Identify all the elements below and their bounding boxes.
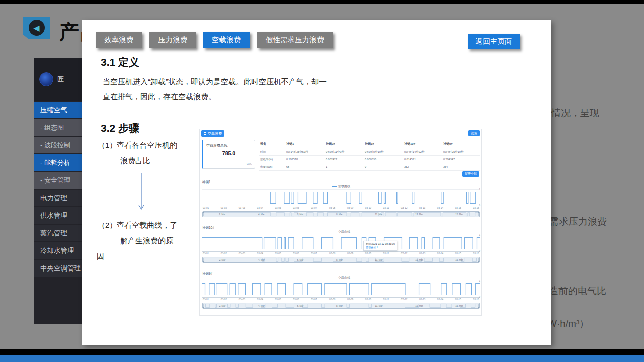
table-cell: 时间 bbox=[259, 148, 285, 155]
table-header-cell: 神钢1 bbox=[285, 140, 325, 148]
chart-title: 神钢1 bbox=[202, 178, 480, 184]
charts-container: 神钢1空载曲线1003-0103-0203-0303-0403-0503-060… bbox=[200, 178, 482, 316]
sidebar-item-安全管理[interactable]: - 安全管理 bbox=[34, 172, 82, 189]
settings-button[interactable]: 设置 bbox=[468, 130, 480, 136]
x-tick-label: 03-14 bbox=[437, 298, 443, 302]
sidebar-item-供水管理[interactable]: 供水管理 bbox=[34, 207, 82, 224]
x-tick-label: 03-04 bbox=[257, 298, 263, 302]
x-tick-label: 03-12 bbox=[401, 252, 407, 256]
table-row: 电量(kwh)6810352364 bbox=[259, 163, 480, 171]
x-tick-label: 03-14 bbox=[437, 207, 443, 210]
chart-plot-area[interactable]: 10 bbox=[202, 281, 480, 298]
table-header-cell: 神钢2# bbox=[325, 140, 364, 148]
sidebar-item-组态图[interactable]: - 组态图 bbox=[34, 119, 82, 136]
tab-空载浪费[interactable]: 空载浪费 bbox=[203, 32, 250, 48]
x-axis-labels: 03-0103-0203-0303-0403-0503-0603-0703-08… bbox=[202, 298, 480, 302]
background-text-fragment-3: W·h/m³） bbox=[548, 317, 589, 330]
data-zoom-bar[interactable]: 2. Mar4. Mar6. Mar8. Mar11. Mar13. Mar15… bbox=[202, 303, 480, 309]
chart-plot-area[interactable]: 10 bbox=[202, 189, 480, 206]
x-tick-label: 03-12 bbox=[401, 207, 407, 210]
zoom-date-label: 11. Mar bbox=[375, 259, 383, 261]
x-tick-label: 03-05 bbox=[275, 207, 281, 210]
x-tick-label: 03-14 bbox=[437, 252, 443, 256]
tab-效率浪费[interactable]: 效率浪费 bbox=[96, 32, 142, 48]
tab-假性需求压力浪费[interactable]: 假性需求压力浪费 bbox=[257, 32, 333, 48]
chart-legend[interactable]: 空载曲线 bbox=[202, 184, 480, 189]
table-cell: 0天14时25分52秒 bbox=[285, 148, 325, 155]
zoom-date-label: 15. Mar bbox=[455, 305, 463, 307]
tooltip-value: 空载曲线:1 bbox=[366, 246, 395, 249]
tab-压力浪费[interactable]: 压力浪费 bbox=[149, 32, 196, 48]
background-text-fragment-0: 情况，呈现 bbox=[551, 107, 599, 120]
expand-all-button[interactable]: 展开全部 bbox=[462, 171, 479, 177]
zoom-left-handle[interactable] bbox=[203, 212, 204, 216]
sidebar-item-中央空调管理[interactable]: 中央空调管理 bbox=[34, 260, 82, 277]
sidebar-item-冷却水管理[interactable]: 冷却水管理 bbox=[34, 242, 82, 259]
slide-stage: ◀ 产品 匠 压缩空气- 组态图- 波段控制- 能耗分析- 安全管理电力管理供水… bbox=[0, 0, 644, 362]
dashboard-header: 空载浪费 设置 bbox=[200, 129, 481, 138]
x-tick-label: 03-15 bbox=[455, 298, 461, 302]
x-tick-label: 03-06 bbox=[293, 252, 299, 256]
zoom-right-handle[interactable] bbox=[478, 258, 479, 262]
zoom-date-label: 15. Mar bbox=[455, 259, 463, 261]
chart-block-神钢9#: 神钢9#空载曲线1003-0103-0203-0303-0403-0503-06… bbox=[200, 270, 482, 316]
chart-legend[interactable]: 空载曲线 bbox=[202, 276, 480, 280]
sidebar-item-能耗分析[interactable]: - 能耗分析 bbox=[34, 154, 82, 171]
chart-plot-area[interactable]: 10时间:2021-03-12 08:33:00空载曲线:1 bbox=[202, 235, 480, 252]
y-axis-max-label: 1 bbox=[479, 189, 480, 191]
x-tick-label: 03-07 bbox=[311, 207, 317, 210]
sidebar-header: 匠 bbox=[34, 58, 82, 101]
y-axis-min-label: 0 bbox=[479, 205, 480, 207]
sidebar-item-电力管理[interactable]: 电力管理 bbox=[34, 190, 82, 206]
sidebar-item-波段控制[interactable]: - 波段控制 bbox=[34, 137, 82, 153]
dashboard-title: 空载浪费 bbox=[208, 131, 222, 136]
zoom-left-handle[interactable] bbox=[203, 258, 204, 262]
chart-title: 神钢9# bbox=[202, 270, 480, 276]
table-header-cell: 神钢3# bbox=[364, 140, 403, 148]
x-tick-label: 03-13 bbox=[419, 207, 425, 210]
step-2-line-1: （2）查看空载曲线，了 bbox=[98, 217, 177, 233]
y-axis-min-label: 0 bbox=[479, 250, 480, 252]
step-2-line-3: 因 bbox=[97, 248, 177, 264]
zoom-date-label: 8. Mar bbox=[336, 259, 343, 261]
definition-line-2: 直在排气，因此，存在空载浪费。 bbox=[103, 89, 367, 104]
app-name: 匠 bbox=[57, 75, 64, 84]
table-cell: 电量(kwh) bbox=[259, 163, 285, 170]
table-cell: 0.000336 bbox=[364, 156, 403, 163]
sidebar-item-蒸汽管理[interactable]: 蒸汽管理 bbox=[34, 225, 82, 241]
zoom-right-handle[interactable] bbox=[478, 212, 479, 216]
sidebar-item-压缩空气[interactable]: 压缩空气 bbox=[34, 102, 82, 118]
top-black-bar bbox=[0, 0, 644, 4]
chart-legend[interactable]: 空载曲线 bbox=[202, 230, 480, 234]
zoom-date-label: 13. Mar bbox=[415, 259, 423, 261]
zoom-date-label: 8. Mar bbox=[336, 305, 343, 307]
back-to-main-button[interactable]: 返回主页面 bbox=[468, 34, 520, 49]
x-tick-label: 03-09 bbox=[347, 298, 353, 302]
y-axis-min-label: 0 bbox=[479, 296, 480, 298]
data-zoom-bar[interactable]: 2. Mar4. Mar6. Mar8. Mar11. Mar13. Mar15… bbox=[202, 257, 480, 263]
down-arrow-icon bbox=[138, 172, 145, 212]
x-tick-label: 03-03 bbox=[239, 298, 245, 302]
back-arrow-icon: ◀ bbox=[29, 20, 45, 36]
x-tick-label: 03-01 bbox=[203, 298, 209, 302]
table-cell: 364 bbox=[442, 163, 480, 170]
table-cell: 0天0时11分9秒 bbox=[325, 148, 364, 155]
definition-line-1: 当空压机进入“卸载”状态，即认为是空载。此时空压机不产气，却一 bbox=[103, 74, 367, 89]
x-tick-label: 03-16 bbox=[473, 252, 479, 256]
legend-line-icon bbox=[332, 278, 337, 278]
x-tick-label: 03-02 bbox=[221, 298, 227, 302]
x-tick-label: 03-16 bbox=[473, 207, 479, 210]
x-tick-label: 03-15 bbox=[455, 207, 461, 210]
zoom-right-handle[interactable] bbox=[478, 304, 479, 308]
data-zoom-bar[interactable]: 2. Mar4. Mar6. Mar8. Mar11. Mar13. Mar15… bbox=[202, 211, 480, 217]
zoom-date-label: 4. Mar bbox=[258, 213, 265, 216]
table-cell: 0 bbox=[364, 163, 403, 170]
content-panel: 效率浪费压力浪费空载浪费假性需求压力浪费 返回主页面 3.1 定义 当空压机进入… bbox=[82, 20, 551, 345]
table-cell: 0.002427 bbox=[325, 156, 364, 163]
x-tick-label: 03-13 bbox=[419, 298, 425, 302]
panel-icon bbox=[204, 132, 206, 135]
x-tick-label: 03-15 bbox=[455, 252, 461, 256]
zoom-left-handle[interactable] bbox=[203, 304, 204, 308]
step-1-line-1: （1）查看各台空压机的 bbox=[98, 137, 177, 153]
x-tick-label: 03-10 bbox=[365, 252, 371, 256]
